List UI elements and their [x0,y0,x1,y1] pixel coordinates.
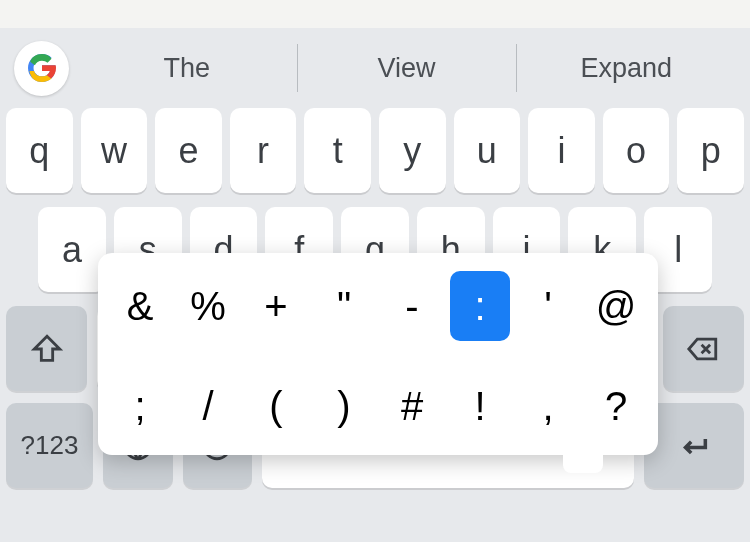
keyboard: The View Expand q w e r t y u i o p a s … [0,28,750,542]
sym-apostrophe[interactable]: ' [518,271,578,341]
symbol-row-2: ; / ( ) # ! , ? [106,371,650,441]
sym-hash[interactable]: # [382,371,442,441]
key-u[interactable]: u [454,108,521,193]
key-i[interactable]: i [528,108,595,193]
suggestion-1[interactable]: The [77,40,297,96]
numbers-key[interactable]: ?123 [6,403,93,488]
sym-ampersand[interactable]: & [110,271,170,341]
suggestion-3[interactable]: Expand [516,40,736,96]
google-icon [26,52,58,84]
sym-comma[interactable]: , [518,371,578,441]
suggestion-strip: The View Expand [77,40,736,96]
key-q[interactable]: q [6,108,73,193]
key-t[interactable]: t [304,108,371,193]
symbol-row-1: & % + " - : ' @ [106,271,650,341]
symbol-popup: & % + " - : ' @ ; / ( ) # ! , ? [98,253,658,455]
sym-dash[interactable]: - [382,271,442,341]
sym-rparen[interactable]: ) [314,371,374,441]
sym-at[interactable]: @ [586,271,646,341]
sym-question[interactable]: ? [586,371,646,441]
key-r[interactable]: r [230,108,297,193]
suggestion-bar: The View Expand [0,28,750,108]
shift-key[interactable] [6,306,87,391]
row-1: q w e r t y u i o p [6,108,744,193]
backspace-key[interactable] [663,306,744,391]
backspace-icon [686,332,720,366]
sym-percent[interactable]: % [178,271,238,341]
suggestion-2[interactable]: View [297,40,517,96]
key-e[interactable]: e [155,108,222,193]
enter-icon [677,429,711,463]
sym-slash[interactable]: / [178,371,238,441]
key-a[interactable]: a [38,207,106,292]
key-y[interactable]: y [379,108,446,193]
sym-plus[interactable]: + [246,271,306,341]
sym-lparen[interactable]: ( [246,371,306,441]
key-o[interactable]: o [603,108,670,193]
key-p[interactable]: p [677,108,744,193]
sym-exclaim[interactable]: ! [450,371,510,441]
enter-key[interactable] [644,403,744,488]
sym-semicolon[interactable]: ; [110,371,170,441]
sym-colon[interactable]: : [450,271,510,341]
key-w[interactable]: w [81,108,148,193]
shift-icon [30,332,64,366]
app-content-edge [0,0,750,28]
sym-quote[interactable]: " [314,271,374,341]
google-logo-button[interactable] [14,41,69,96]
